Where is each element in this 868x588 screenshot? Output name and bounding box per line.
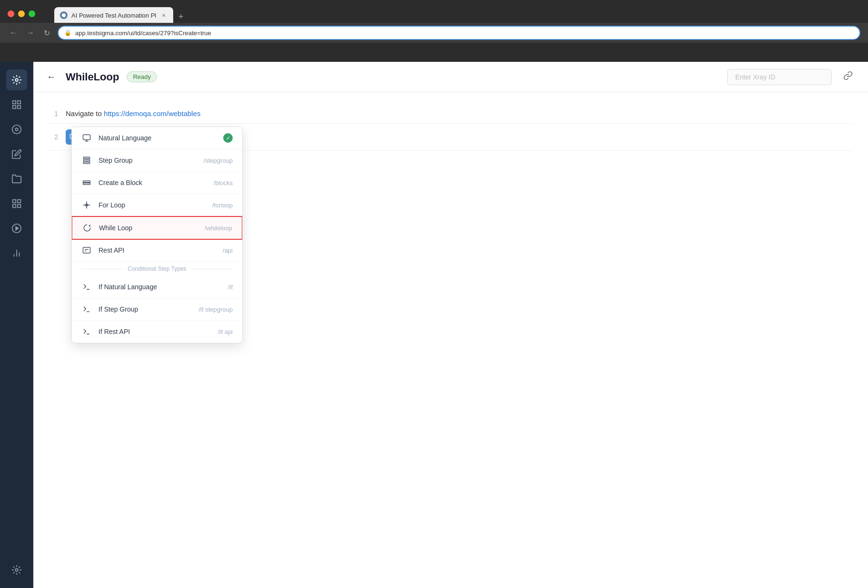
if-rest-api-icon [81,326,92,337]
tab-bar: AI Powered Test Automation Pl ✕ + [47,4,195,23]
sidebar-item-gear[interactable] [6,559,27,580]
create-block-label: Create a Block [99,179,207,186]
if-rest-api-shortcut: /if api [218,328,233,335]
svg-rect-22 [83,162,90,164]
rest-api-icon [81,245,92,255]
create-block-shortcut: /blocks [214,179,233,186]
dropdown-item-natural-language[interactable]: Natural Language ✓ [72,127,242,149]
dropdown-item-create-block[interactable]: Create a Block /blocks [72,172,242,194]
forward-nav-button[interactable]: → [25,27,36,39]
svg-rect-2 [13,101,16,104]
svg-point-7 [15,128,18,131]
steps-area: 1 Navigate to https://demoqa.com/webtabl… [33,92,868,588]
create-block-icon [81,177,92,188]
svg-rect-10 [13,205,16,207]
natural-language-label: Natural Language [99,134,217,142]
browser-titlebar: AI Powered Test Automation Pl ✕ + [0,0,868,23]
svg-marker-13 [16,226,19,230]
rest-api-shortcut: /api [223,247,233,254]
browser-chrome: AI Powered Test Automation Pl ✕ + ← → ↻ … [0,0,868,62]
conditional-step-types-divider: Conditional Step Types [72,262,242,276]
dropdown-item-rest-api[interactable]: Rest API /api [72,239,242,262]
svg-rect-9 [18,200,20,203]
dropdown-item-for-loop[interactable]: For Loop /forloop [72,194,242,216]
natural-language-icon [81,133,92,143]
status-badge: Ready [127,71,157,82]
back-button[interactable]: ← [45,69,58,84]
svg-rect-8 [13,200,16,203]
divider-line-left [81,269,122,269]
address-bar[interactable]: 🔒 app.testsigma.com/ui/td/cases/279?isCr… [58,26,860,40]
if-natural-language-shortcut: /if [228,284,233,291]
if-natural-language-icon [81,282,92,292]
new-tab-button[interactable]: + [174,10,187,23]
browser-tab-active[interactable]: AI Powered Test Automation Pl ✕ [54,7,173,23]
step-group-icon [81,155,92,166]
step-number-1: 1 [49,110,58,118]
dropdown-item-while-loop[interactable]: While Loop /whileloop [71,216,243,240]
step-row-1: 1 Navigate to https://demoqa.com/webtabl… [49,104,853,124]
traffic-light-green[interactable] [29,10,35,17]
step-type-dropdown: Natural Language ✓ Step Group /stepgroup [71,127,243,343]
svg-rect-20 [83,157,90,158]
if-step-group-shortcut: /if stepgroup [198,306,233,313]
svg-rect-19 [83,135,90,140]
sidebar-item-dashboard[interactable] [6,193,27,214]
xray-id-input[interactable] [727,69,832,85]
for-loop-icon [81,200,92,210]
sidebar-item-play[interactable] [6,218,27,239]
dropdown-item-if-step-group[interactable]: If Step Group /if stepgroup [72,298,242,321]
refresh-nav-button[interactable]: ↻ [42,27,52,39]
browser-toolbar: ← → ↻ 🔒 app.testsigma.com/ui/td/cases/27… [0,23,868,43]
page-title: WhileLoop [66,71,119,83]
natural-language-check: ✓ [223,133,233,143]
svg-rect-26 [83,247,90,253]
divider-line-right [192,269,233,269]
sidebar [0,62,33,588]
sidebar-item-folder[interactable] [6,168,27,189]
svg-point-0 [62,13,66,17]
if-natural-language-label: If Natural Language [99,283,221,291]
step-group-label: Step Group [99,157,197,164]
svg-point-6 [12,125,21,134]
tab-close-button[interactable]: ✕ [160,11,168,19]
sidebar-item-activity[interactable] [6,119,27,140]
svg-rect-21 [83,160,90,161]
step-group-shortcut: /stepgroup [204,157,233,164]
link-button[interactable] [839,69,857,85]
for-loop-shortcut: /forloop [212,202,233,209]
svg-rect-23 [83,181,90,182]
svg-rect-24 [83,183,90,185]
dropdown-item-if-rest-api[interactable]: If Rest API /if api [72,321,242,343]
if-rest-api-label: If Rest API [99,328,211,335]
tab-favicon [60,11,68,19]
while-loop-label: While Loop [99,224,198,232]
traffic-light-red[interactable] [8,10,14,17]
svg-point-1 [15,78,18,81]
address-text: app.testsigma.com/ui/td/cases/279?isCrea… [75,29,854,37]
tab-title: AI Powered Test Automation Pl [71,12,156,19]
svg-rect-3 [18,101,20,104]
step-number-2: 2 [49,133,58,141]
main-header: ← WhileLoop Ready [33,62,868,92]
back-nav-button[interactable]: ← [8,27,19,39]
if-step-group-icon [81,304,92,314]
svg-point-17 [15,568,18,571]
sidebar-item-grid[interactable] [6,94,27,115]
traffic-light-yellow[interactable] [18,10,25,17]
sidebar-item-edit[interactable] [6,144,27,165]
step-text-1: Navigate to https://demoqa.com/webtables [66,109,201,118]
app-container: ← WhileLoop Ready 1 Navigate to https://… [0,62,868,588]
dropdown-item-if-natural-language[interactable]: If Natural Language /if [72,276,242,298]
step-navigate-label: Navigate to [66,109,104,118]
step-navigate-link[interactable]: https://demoqa.com/webtables [104,109,200,118]
svg-rect-5 [18,106,20,108]
main-content: ← WhileLoop Ready 1 Navigate to https://… [33,62,868,588]
dropdown-item-step-group[interactable]: Step Group /stepgroup [72,149,242,172]
divider-label: Conditional Step Types [128,265,186,272]
while-loop-shortcut: /whileloop [205,225,232,232]
sidebar-item-settings[interactable] [6,69,27,90]
svg-rect-4 [13,106,16,108]
sidebar-item-chart[interactable] [6,243,27,264]
lock-icon: 🔒 [64,29,71,36]
